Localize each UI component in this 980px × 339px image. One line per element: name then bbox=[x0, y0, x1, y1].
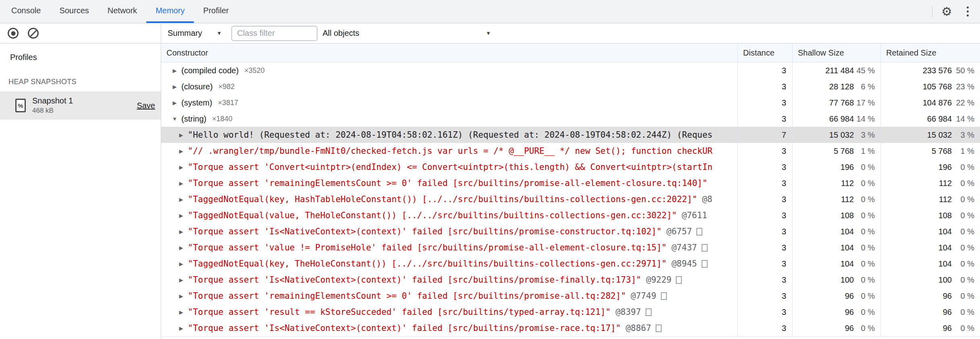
save-snapshot-link[interactable]: Save bbox=[137, 101, 155, 110]
table-row[interactable]: ▼(string)×1840366 98414 %66 98414 % bbox=[161, 111, 980, 127]
tab-memory[interactable]: Memory bbox=[146, 0, 194, 23]
expand-icon[interactable]: ▶ bbox=[178, 245, 184, 251]
table-row[interactable]: ▶"Torque assert 'Is<NativeContext>(conte… bbox=[161, 223, 980, 240]
shallow-size-percent: 0 % bbox=[854, 227, 880, 236]
collapse-icon[interactable]: ▼ bbox=[172, 116, 178, 122]
shallow-size-percent: 17 % bbox=[854, 98, 880, 107]
column-header-constructor[interactable]: Constructor bbox=[161, 43, 737, 62]
view-mode-select[interactable]: Summary ▼ bbox=[168, 29, 222, 38]
expand-icon[interactable]: ▶ bbox=[178, 293, 184, 299]
retained-size-value: 104 bbox=[881, 227, 952, 236]
retained-size-percent: 0 % bbox=[952, 259, 980, 269]
retained-size-percent: 3 % bbox=[952, 130, 980, 140]
shallow-size-percent: 0 % bbox=[854, 211, 880, 220]
constructor-cell: ▶"TaggedNotEqual(key, HashTableHoleConst… bbox=[161, 191, 737, 207]
shallow-size-cell: 1080 % bbox=[792, 207, 880, 223]
retained-size-value: 104 bbox=[881, 243, 952, 252]
distance-cell: 3 bbox=[737, 288, 792, 304]
table-row[interactable]: ▶"Torque assert 'Is<NativeContext>(conte… bbox=[161, 272, 980, 288]
column-header-shallow-size[interactable]: Shallow Size bbox=[792, 43, 880, 62]
retained-size-percent: 0 % bbox=[952, 275, 980, 285]
tab-network[interactable]: Network bbox=[98, 0, 146, 23]
constructor-cell: ▶"// .wrangler/tmp/bundle-FmNIt0/checked… bbox=[161, 143, 737, 159]
table-row[interactable]: ▶"Hello world! (Requested at: 2024-08-19… bbox=[161, 127, 980, 143]
constructor-cell: ▼(string)×1840 bbox=[161, 111, 737, 127]
more-options-kebab-icon[interactable] bbox=[965, 5, 970, 18]
expand-icon[interactable]: ▶ bbox=[178, 213, 184, 219]
view-mode-label: Summary bbox=[168, 29, 202, 38]
shallow-size-value: 96 bbox=[793, 308, 854, 317]
heap-summary-grid: Constructor Distance Shallow Size Retain… bbox=[161, 43, 980, 339]
expand-icon[interactable]: ▶ bbox=[178, 164, 184, 170]
shallow-size-cell: 960 % bbox=[792, 288, 880, 304]
settings-gear-icon[interactable]: ⚙ bbox=[941, 6, 952, 18]
table-row[interactable]: ▶"TaggedNotEqual(value, TheHoleConstant(… bbox=[161, 207, 980, 223]
table-row[interactable]: ▶(compiled code)×35203211 48445 %233 576… bbox=[161, 62, 980, 79]
constructor-cell: ▶"Torque assert 'result == kStoreSuccede… bbox=[161, 304, 737, 320]
table-row[interactable]: ▶"Torque assert 'result == kStoreSuccede… bbox=[161, 304, 980, 320]
shallow-size-value: 104 bbox=[793, 243, 854, 252]
string-value: "Torque assert 'value != PromiseHole' fa… bbox=[188, 243, 666, 252]
constructor-name: (string) bbox=[181, 114, 206, 124]
shallow-size-cell: 960 % bbox=[792, 304, 880, 320]
retained-size-value: 66 984 bbox=[881, 114, 952, 124]
shallow-size-value: 96 bbox=[793, 324, 854, 333]
tab-console[interactable]: Console bbox=[2, 0, 50, 23]
shallow-size-percent: 0 % bbox=[854, 291, 880, 301]
shallow-size-percent: 3 % bbox=[854, 130, 880, 140]
table-row[interactable]: ▶"Torque assert 'value != PromiseHole' f… bbox=[161, 240, 980, 256]
distance-cell: 3 bbox=[737, 240, 792, 256]
expand-icon[interactable]: ▶ bbox=[178, 325, 184, 331]
retained-size-cell: 66 98414 % bbox=[880, 111, 980, 127]
tab-sources[interactable]: Sources bbox=[50, 0, 98, 23]
expand-icon[interactable]: ▶ bbox=[178, 196, 184, 203]
sidebar-item-snapshot-1[interactable]: % Snapshot 1 468 kB Save bbox=[0, 91, 161, 120]
shallow-size-value: 96 bbox=[793, 291, 854, 301]
objects-filter-label: All objects bbox=[322, 29, 359, 38]
table-row[interactable]: ▶"// .wrangler/tmp/bundle-FmNIt0/checked… bbox=[161, 143, 980, 159]
object-id: @8867 bbox=[626, 323, 651, 333]
distance-cell: 3 bbox=[737, 159, 792, 175]
clear-profiles-icon[interactable] bbox=[28, 28, 39, 39]
table-row[interactable]: ▶"Torque assert 'Is<NativeContext>(conte… bbox=[161, 320, 980, 336]
toolbar-divider bbox=[932, 6, 932, 17]
string-value: "TaggedNotEqual(key, TheHoleConstant()) … bbox=[188, 259, 666, 269]
retained-size-cell: 1000 % bbox=[880, 272, 980, 288]
retained-size-cell: 233 57650 % bbox=[880, 62, 980, 79]
expand-icon[interactable]: ▶ bbox=[178, 132, 184, 138]
shallow-size-value: 5 768 bbox=[793, 147, 854, 156]
snapshot-size: 468 kB bbox=[32, 107, 73, 115]
table-row[interactable]: ▶"Torque assert 'remainingElementsCount … bbox=[161, 288, 980, 304]
retained-size-value: 104 876 bbox=[881, 98, 952, 107]
retained-size-value: 112 bbox=[881, 179, 952, 188]
table-row[interactable]: ▶(system)×3817377 76817 %104 87622 % bbox=[161, 95, 980, 111]
expand-icon[interactable]: ▶ bbox=[178, 229, 184, 235]
record-snapshot-icon[interactable] bbox=[8, 28, 19, 39]
expand-icon[interactable]: ▶ bbox=[178, 180, 184, 186]
expand-icon[interactable]: ▶ bbox=[178, 309, 184, 315]
table-row[interactable]: ▶"TaggedNotEqual(key, TheHoleConstant())… bbox=[161, 256, 980, 272]
expand-icon[interactable]: ▶ bbox=[172, 84, 178, 90]
table-row[interactable]: ▶"Torque assert 'Convert<uintptr>(endInd… bbox=[161, 159, 980, 175]
profiles-sidebar: Profiles HEAP SNAPSHOTS % Snapshot 1 468… bbox=[0, 43, 161, 339]
table-row[interactable]: ▶"Torque assert 'remainingElementsCount … bbox=[161, 175, 980, 191]
expand-icon[interactable]: ▶ bbox=[178, 261, 184, 267]
constructor-cell: ▶(closure)×982 bbox=[161, 79, 737, 95]
object-id: @8 bbox=[702, 194, 712, 204]
class-filter-input[interactable] bbox=[231, 26, 318, 41]
shallow-size-percent: 0 % bbox=[854, 275, 880, 285]
objects-filter-select[interactable]: All objects ▼ bbox=[322, 29, 491, 38]
expand-icon[interactable]: ▶ bbox=[178, 277, 184, 283]
tab-profiler[interactable]: Profiler bbox=[194, 0, 238, 23]
constructor-cell: ▶(compiled code)×3520 bbox=[161, 62, 737, 79]
expand-icon[interactable]: ▶ bbox=[172, 68, 178, 74]
string-value: "TaggedNotEqual(key, HashTableHoleConsta… bbox=[188, 194, 697, 204]
expand-icon[interactable]: ▶ bbox=[178, 148, 184, 154]
snapshot-name: Snapshot 1 bbox=[32, 96, 73, 105]
expand-icon[interactable]: ▶ bbox=[172, 100, 178, 106]
column-header-retained-size[interactable]: Retained Size bbox=[880, 43, 980, 62]
column-header-distance[interactable]: Distance bbox=[737, 43, 792, 62]
table-row[interactable]: ▶"TaggedNotEqual(key, HashTableHoleConst… bbox=[161, 191, 980, 207]
retained-size-value: 15 032 bbox=[881, 130, 952, 140]
table-row[interactable]: ▶(closure)×982328 1286 %105 76823 % bbox=[161, 79, 980, 95]
